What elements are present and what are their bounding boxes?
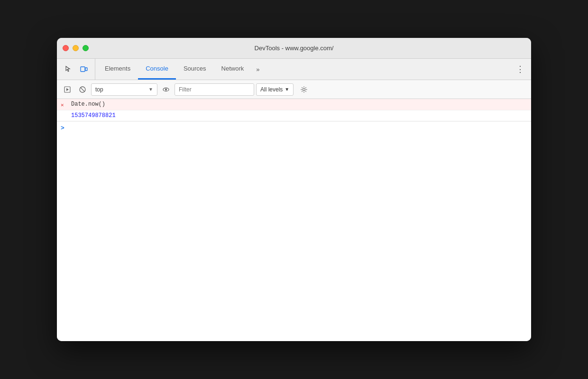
svg-point-8 xyxy=(303,88,305,90)
titlebar: DevTools - www.google.com/ xyxy=(57,38,531,59)
device-toolbar-button[interactable] xyxy=(77,62,91,76)
inspect-element-button[interactable] xyxy=(61,62,75,76)
live-expressions-button[interactable] xyxy=(159,83,173,96)
tab-console[interactable]: Console xyxy=(138,59,176,80)
svg-line-5 xyxy=(81,88,84,91)
console-entry-result: 1535749878821 xyxy=(57,110,531,121)
minimize-button[interactable] xyxy=(73,45,79,51)
tab-sources[interactable]: Sources xyxy=(176,59,214,80)
filter-input[interactable] xyxy=(175,83,254,96)
console-input-field[interactable] xyxy=(68,125,527,132)
levels-dropdown-arrow: ▼ xyxy=(285,87,289,92)
tab-spacer xyxy=(265,59,513,80)
tab-icon-group xyxy=(61,59,95,80)
context-dropdown-arrow: ▼ xyxy=(148,87,153,92)
tab-elements[interactable]: Elements xyxy=(97,59,138,80)
context-selector[interactable]: top ▼ xyxy=(91,83,157,96)
console-settings-button[interactable] xyxy=(297,83,311,96)
svg-marker-3 xyxy=(66,88,69,91)
entry-result-value: 1535749878821 xyxy=(71,112,527,119)
log-levels-selector[interactable]: All levels ▼ xyxy=(256,83,294,96)
console-input-line[interactable]: > xyxy=(57,121,531,135)
console-output-area: ✕ Date.now() 1535749878821 > xyxy=(57,99,531,341)
tabbar: Elements Console Sources Network » ⋮ xyxy=(57,59,531,80)
window-title: DevTools - www.google.com/ xyxy=(255,45,334,52)
execute-button[interactable] xyxy=(61,83,74,96)
tab-more-button[interactable]: » xyxy=(251,59,264,80)
console-entry-command: ✕ Date.now() xyxy=(57,99,531,110)
clear-console-button[interactable] xyxy=(76,83,89,96)
close-button[interactable] xyxy=(63,45,69,51)
console-toolbar: top ▼ All levels ▼ xyxy=(57,80,531,99)
devtools-window: DevTools - www.google.com/ Elements Cons… xyxy=(57,38,531,341)
tab-network[interactable]: Network xyxy=(214,59,252,80)
svg-rect-1 xyxy=(85,68,87,71)
svg-point-7 xyxy=(165,89,167,90)
svg-rect-0 xyxy=(81,67,85,72)
maximize-button[interactable] xyxy=(83,45,89,51)
entry-command-text: Date.now() xyxy=(71,101,527,108)
entry-error-icon: ✕ xyxy=(61,102,67,108)
traffic-lights xyxy=(63,45,89,51)
devtools-menu-button[interactable]: ⋮ xyxy=(513,62,527,76)
prompt-chevron-icon: > xyxy=(61,125,64,132)
